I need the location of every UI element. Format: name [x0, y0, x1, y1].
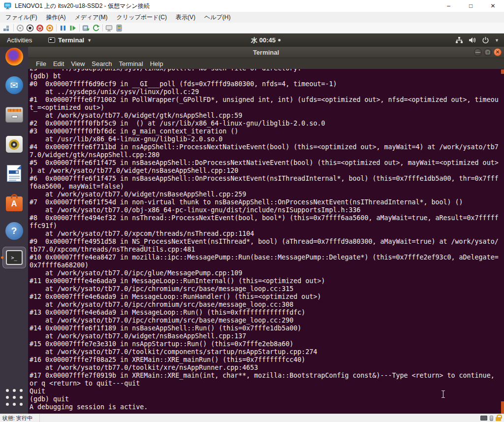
running-indicator-dot: [1, 257, 3, 259]
terminal-line-16: at /work/ysato/tb77.0/widget/nsBaseAppSh…: [30, 191, 504, 198]
terminal-line-25: 0x7ffff6a68200): [30, 261, 504, 269]
show-applications-button[interactable]: [0, 389, 28, 406]
terminal-line-33: #14 0x00007fffe6f1f189 in nsBaseAppShell…: [30, 325, 504, 332]
dock-item-rhythmbox[interactable]: [0, 136, 28, 153]
terminal-window: Terminal — ▢ ✕ FileEditViewSearchTermina…: [28, 47, 504, 414]
terminal-menu-item-5[interactable]: Help: [147, 60, 167, 67]
dock-item-terminal-active[interactable]: >_: [0, 247, 28, 268]
vm-menu-item-4[interactable]: 表示(V): [171, 13, 200, 22]
hyperv-vm-icon: [4, 2, 12, 10]
dock-item-libreoffice-writer[interactable]: [0, 165, 28, 182]
terminal-maximize-button[interactable]: ▢: [484, 48, 492, 56]
terminal-line-37: #16 0x00007fffe7f08a25 in XREMain::XRE_m…: [30, 356, 504, 364]
dock-item-thunderbird[interactable]: ✉: [0, 76, 28, 94]
resume-icon[interactable]: [68, 24, 78, 32]
vm-menu-item-5[interactable]: ヘルプ(H): [200, 13, 235, 22]
volume-icon: [469, 36, 476, 44]
vm-menu-item-0[interactable]: ファイル(F): [1, 13, 41, 22]
vm-menu-item-1[interactable]: 操作(A): [41, 13, 70, 22]
notification-dot-icon: [278, 39, 281, 41]
terminal-app-icon: [48, 37, 55, 43]
terminal-output[interactable]: 29 ../sysdeps/unix/sysv/linux/poll.c: No…: [28, 69, 504, 414]
terminal-menu-item-0[interactable]: File: [32, 60, 50, 67]
toolbar-separator: [102, 24, 103, 32]
terminal-menu-item-1[interactable]: Edit: [50, 60, 67, 67]
grid-icon: [6, 389, 23, 406]
dock-item-ubuntu-software[interactable]: A: [0, 194, 28, 211]
shut-down-icon[interactable]: [35, 24, 45, 32]
terminal-line-1: (gdb) bt: [30, 72, 504, 80]
terminal-line-19: #8 0x00007fffe494ef32 in nsThread::Proce…: [30, 214, 504, 222]
window-minimize-button[interactable]: –: [438, 0, 460, 12]
terminal-line-13: ) at /work/ysato/tb77.0/widget/nsBaseApp…: [30, 167, 504, 175]
terminal-window-title: Terminal: [253, 49, 279, 56]
clock-button[interactable]: 水 00:45: [251, 33, 281, 47]
vm-status-text: 状態: 実行中: [0, 415, 32, 422]
vm-menu-item-3[interactable]: クリップボード(C): [112, 13, 171, 22]
terminal-line-30: at /work/ysato/tb77.0/ipc/chromium/src/b…: [30, 301, 504, 309]
system-indicators[interactable]: ▼: [455, 33, 499, 47]
terminal-minimize-button[interactable]: —: [474, 48, 482, 56]
terminal-line-29: #12 0x00007fffe4e6ada9 in MessageLoop::R…: [30, 293, 504, 301]
vm-statusbar: 状態: 実行中: [0, 414, 504, 422]
terminal-line-0: 29 ../sysdeps/unix/sysv/linux/poll.c: No…: [30, 69, 504, 72]
terminal-line-23: tb77.0/xpcom/threads/nsThreadUtils.cpp:4…: [30, 246, 504, 254]
vm-menubar: ファイル(F)操作(A)メディア(M)クリップボード(C)表示(V)ヘルプ(H): [0, 12, 504, 23]
terminal-icon: >_: [6, 250, 23, 265]
chevron-down-icon: ▼: [87, 38, 92, 43]
rhythmbox-icon: [6, 136, 23, 153]
ubuntu-software-icon: A: [6, 196, 23, 211]
files-icon: [5, 107, 23, 123]
vm-toolbar: [0, 23, 504, 33]
terminal-line-2: #0 0x00007ffff6d96cf9 in __GI___poll (fd…: [30, 80, 504, 88]
ctrl-alt-del-icon[interactable]: [2, 24, 12, 32]
terminal-close-button[interactable]: ✕: [494, 48, 502, 56]
start-icon[interactable]: [15, 24, 25, 32]
focused-app-menu[interactable]: Terminal ▼: [48, 33, 92, 47]
terminal-menu-item-2[interactable]: View: [67, 60, 88, 67]
window-maximize-button[interactable]: □: [460, 0, 482, 12]
power-icon: [482, 36, 489, 44]
dock-item-files[interactable]: [0, 107, 28, 123]
terminal-line-39: #17 0x00007fffe7f0919b in XREMain::XRE_m…: [30, 372, 504, 380]
terminal-line-35: #15 0x00007fffe7e3e310 in nsAppStartup::…: [30, 340, 504, 348]
enhanced-session-icon[interactable]: [104, 24, 114, 32]
toolbar-separator: [13, 24, 14, 32]
ibeam-cursor-icon: [441, 390, 446, 398]
dock-item-help[interactable]: ?: [0, 222, 28, 240]
terminal-line-12: #5 0x00007fffe6f1f475 in nsBaseAppShell:…: [30, 159, 504, 167]
scrollbar-thumb[interactable]: [501, 401, 504, 414]
scrollbar-artifact: [501, 69, 504, 74]
dock-item-firefox[interactable]: [0, 48, 28, 65]
terminal-menu-item-4[interactable]: Terminal: [116, 60, 147, 67]
checkpoint-icon[interactable]: [81, 24, 91, 32]
thunderbird-icon: ✉: [5, 76, 23, 94]
terminal-menubar: FileEditViewSearchTerminalHelp: [28, 58, 504, 69]
focused-app-label: Terminal: [58, 36, 84, 44]
reset-icon[interactable]: [45, 24, 55, 32]
statusbar-separator: [39, 414, 40, 422]
terminal-line-14: #6 0x00007fffe6f1f475 in nsBaseAppShell:…: [30, 175, 504, 183]
terminal-titlebar[interactable]: Terminal — ▢ ✕: [28, 47, 504, 58]
terminal-line-22: #9 0x00007fffe4951d58 in NS_ProcessNextE…: [30, 238, 504, 246]
terminal-line-18: at /work/ysato/tb77.0/obj-x86_64-pc-linu…: [30, 206, 504, 214]
terminal-menu-item-3[interactable]: Search: [88, 60, 115, 67]
revert-icon[interactable]: [91, 24, 101, 32]
terminal-line-8: #3 0x00007ffff0fbf6dc in g_main_context_…: [30, 128, 504, 135]
terminal-line-31: #13 0x00007fffe4e6ada9 in MessageLoop::R…: [30, 309, 504, 317]
terminal-line-40: or q <return> to quit---quit: [30, 380, 504, 388]
activities-button[interactable]: Activities: [7, 33, 32, 47]
terminal-line-6: at /work/ysato/tb77.0/widget/gtk/nsAppSh…: [30, 112, 504, 120]
terminal-line-15: f6aa5600, mayWait=false): [30, 183, 504, 191]
dock: ✉ A ? >_: [0, 47, 28, 414]
terminal-line-28: at /work/ysato/tb77.0/ipc/chromium/src/b…: [30, 285, 504, 293]
help-icon: ?: [5, 222, 23, 240]
terminal-line-42: (gdb) quit: [30, 395, 504, 403]
share-icon[interactable]: [114, 24, 124, 32]
window-close-button[interactable]: ✕: [482, 0, 504, 12]
turn-off-icon[interactable]: [25, 24, 35, 32]
vm-window-titlebar: LENOVO1 上の itsv20-u18-SSD2 - 仮想マシン接続 – □…: [0, 0, 504, 12]
terminal-line-17: #7 0x00007fffe6f1f54d in non-virtual thu…: [30, 198, 504, 206]
pause-icon[interactable]: [58, 24, 68, 32]
vm-menu-item-2[interactable]: メディア(M): [70, 13, 112, 22]
